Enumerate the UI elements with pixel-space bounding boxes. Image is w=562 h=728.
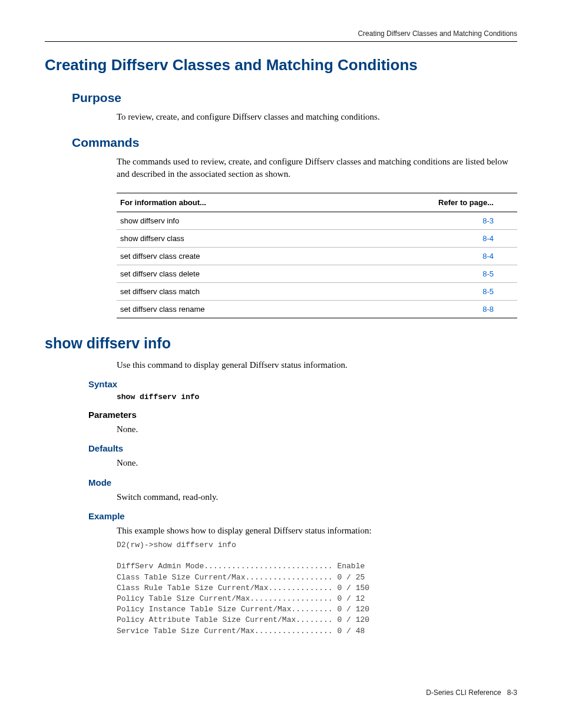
defaults-text: None. [117,457,517,469]
table-row: set diffserv class delete 8-5 [117,265,517,282]
parameters-heading: Parameters [88,410,517,420]
page-link[interactable]: 8-8 [482,305,494,314]
cmd-cell: set diffserv class match [117,282,329,300]
commands-intro: The commands used to review, create, and… [117,156,517,180]
running-header: Creating Diffserv Classes and Matching C… [45,29,517,42]
cmd-cell: set diffserv class delete [117,265,329,282]
page-link[interactable]: 8-5 [482,269,494,278]
page-cell: 8-5 [329,265,518,282]
show-info-intro: Use this command to display general Diff… [117,359,517,371]
cmd-cell: set diffserv class rename [117,300,329,318]
commands-heading: Commands [72,136,517,150]
example-intro: This example shows how to display genera… [117,525,517,536]
table-row: set diffserv class create 8-4 [117,247,517,265]
table-row: set diffserv class match 8-5 [117,282,517,300]
table-row: show diffserv info 8-3 [117,212,517,229]
col-header-info: For information about... [117,193,329,212]
page-link[interactable]: 8-4 [482,234,494,243]
footer-doc: D-Series CLI Reference [426,689,501,697]
mode-heading: Mode [88,477,517,487]
parameters-text: None. [117,423,517,435]
syntax-heading: Syntax [88,379,517,389]
col-header-page: Refer to page... [329,193,518,212]
commands-table: For information about... Refer to page..… [117,193,517,318]
defaults-heading: Defaults [88,443,517,453]
page-title: Creating Diffserv Classes and Matching C… [45,56,517,74]
syntax-code: show diffserv info [117,393,517,401]
page-link[interactable]: 8-5 [482,287,494,296]
table-row: show diffserv class 8-4 [117,229,517,247]
example-code: D2(rw)->show diffserv info DiffServ Admi… [117,540,517,637]
table-row: set diffserv class rename 8-8 [117,300,517,318]
page-cell: 8-8 [329,300,518,318]
footer-pagenum: 8-3 [507,689,517,697]
page-link[interactable]: 8-4 [482,252,494,261]
cmd-cell: show diffserv class [117,229,329,247]
show-diffserv-info-heading: show diffserv info [45,335,517,352]
purpose-heading: Purpose [72,91,517,105]
cmd-cell: show diffserv info [117,212,329,229]
page-cell: 8-3 [329,212,518,229]
page-link[interactable]: 8-3 [482,216,494,225]
mode-text: Switch command, read-only. [117,491,517,503]
page-cell: 8-4 [329,229,518,247]
cmd-cell: set diffserv class create [117,247,329,265]
page-cell: 8-4 [329,247,518,265]
page-cell: 8-5 [329,282,518,300]
page-footer: D-Series CLI Reference 8-3 [45,689,517,697]
example-heading: Example [88,511,517,521]
purpose-text: To review, create, and configure Diffser… [117,111,517,123]
